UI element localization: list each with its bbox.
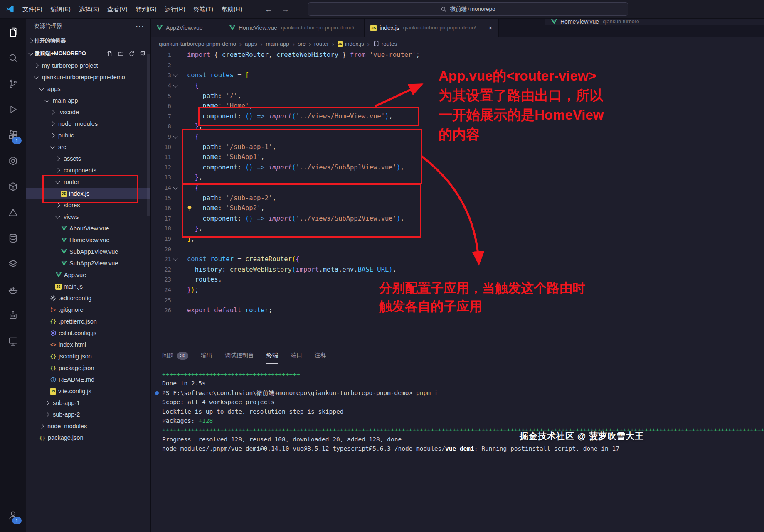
- extension-cube-button[interactable]: [3, 176, 23, 197]
- tree-item-README.md[interactable]: README.md: [26, 374, 150, 385]
- remote-explorer-button[interactable]: [3, 331, 23, 351]
- panel-tab-debug-console[interactable]: 调试控制台: [225, 347, 254, 364]
- menu-selection[interactable]: 选择(S): [75, 4, 103, 15]
- fold-chevron-icon[interactable]: [171, 74, 180, 76]
- database-button[interactable]: [3, 228, 23, 248]
- code-line-12: 12 component: () => import('../views/Sub…: [150, 162, 764, 173]
- menu-run[interactable]: 运行(R): [161, 4, 189, 15]
- new-folder-icon[interactable]: [118, 51, 124, 57]
- breadcrumb-item-apps[interactable]: apps: [245, 41, 257, 47]
- tree-item-main.js[interactable]: JSmain.js: [26, 281, 150, 292]
- tree-item-jsconfig.json[interactable]: {}jsconfig.json: [26, 351, 150, 362]
- tab-indexjs[interactable]: JSindex.jsqiankun-turborepo-pnpm-demo\..…: [365, 18, 499, 37]
- breadcrumb-item-router[interactable]: router: [314, 41, 329, 47]
- docker-button[interactable]: [3, 279, 23, 300]
- menu-go[interactable]: 转到(G): [132, 4, 160, 15]
- tree-item-node-modules[interactable]: node_modules: [26, 118, 150, 130]
- menu-view[interactable]: 查看(V): [104, 4, 131, 15]
- accounts-badge: 1: [12, 517, 22, 524]
- fold-chevron-icon[interactable]: [171, 85, 180, 87]
- run-debug-button[interactable]: [3, 99, 23, 120]
- tree-item-stores[interactable]: stores: [26, 199, 150, 211]
- terminal-output[interactable]: ++++++++++++++++++++++++++++++++++++++Do…: [150, 363, 764, 532]
- forward-button[interactable]: →: [281, 5, 289, 14]
- tree-item-sub-app-2[interactable]: sub-app-2: [26, 409, 150, 420]
- search-button[interactable]: [3, 47, 23, 68]
- panel-tab-problems[interactable]: 问题30: [162, 347, 188, 364]
- explorer-button[interactable]: [3, 22, 23, 42]
- code-line-18: 18 },: [150, 223, 764, 234]
- panel-tab-ports[interactable]: 端口: [291, 347, 302, 364]
- menu-help[interactable]: 帮助(H): [218, 4, 246, 15]
- code-text: component: () => import('../views/SubApp…: [180, 164, 404, 171]
- workspace-root[interactable]: 微前端+MONOREPO: [26, 47, 150, 60]
- breadcrumb-item-main-app[interactable]: main-app: [266, 41, 289, 47]
- open-editors-section[interactable]: 打开的编辑器: [26, 34, 150, 47]
- tree-item-qiankun-turborepo-pnpm-demo[interactable]: qiankun-turborepo-pnpm-demo: [26, 71, 150, 83]
- tree-item-public[interactable]: public: [26, 130, 150, 141]
- breadcrumb-item-src[interactable]: src: [298, 41, 306, 47]
- refresh-icon[interactable]: [128, 51, 135, 57]
- tree-item-.prettierrc.json[interactable]: {}.prettierrc.json: [26, 316, 150, 327]
- tree-item-router[interactable]: router: [26, 176, 150, 188]
- chevron-right-icon: [39, 424, 44, 428]
- breadcrumb-item-index.js[interactable]: JSindex.js: [338, 41, 364, 47]
- source-control-button[interactable]: [3, 73, 23, 94]
- new-file-icon[interactable]: [107, 51, 113, 57]
- tree-item-index.html[interactable]: <>index.html: [26, 339, 150, 351]
- tree-item-SubApp2View.vue[interactable]: SubApp2View.vue: [26, 257, 150, 269]
- tree-item-HomeView.vue[interactable]: HomeView.vue: [26, 234, 150, 246]
- tree-item-node-modules[interactable]: node_modules: [26, 420, 150, 432]
- sidebar-scrollbar[interactable]: [147, 54, 150, 216]
- tree-item-vite.config.js[interactable]: JSvite.config.js: [26, 385, 150, 397]
- collapse-all-icon[interactable]: [139, 51, 145, 57]
- extension-triangle-button[interactable]: [3, 202, 23, 223]
- panel-tab-output[interactable]: 输出: [201, 347, 212, 364]
- tab-homeview[interactable]: HomeView.vueqiankun-turborepo-pnpm-demo\…: [223, 18, 365, 37]
- extensions-button[interactable]: 1: [3, 125, 23, 145]
- fold-chevron-icon[interactable]: [171, 187, 180, 189]
- tab-subapp2view[interactable]: App2View.vue: [150, 18, 223, 37]
- tree-item-.gitignore[interactable]: .gitignore: [26, 304, 150, 316]
- tree-item-src[interactable]: src: [26, 141, 150, 153]
- tree-item-AboutView.vue[interactable]: AboutView.vue: [26, 223, 150, 234]
- tree-item-sub-app-1[interactable]: sub-app-1: [26, 397, 150, 409]
- layers-button[interactable]: [3, 253, 23, 274]
- chatgpt-button[interactable]: [3, 150, 23, 171]
- tree-item-package.json[interactable]: {}package.json: [26, 432, 150, 444]
- panel-tab-comments[interactable]: 注释: [315, 347, 326, 364]
- tree-item-eslint.config.js[interactable]: eslint.config.js: [26, 327, 150, 339]
- workspace-actions: [107, 51, 150, 57]
- line-number: 4: [150, 82, 171, 89]
- tree-item-assets[interactable]: assets: [26, 153, 150, 164]
- menu-edit[interactable]: 编辑(E): [47, 4, 74, 15]
- fold-chevron-icon[interactable]: [171, 258, 180, 260]
- tree-item-package.json[interactable]: {}package.json: [26, 362, 150, 374]
- panel-tab-terminal[interactable]: 终端: [266, 347, 278, 364]
- close-icon[interactable]: ×: [488, 25, 493, 32]
- ai-assistant-button[interactable]: [3, 305, 23, 326]
- tree-item-apps[interactable]: apps: [26, 83, 150, 95]
- tree-item-.vscode[interactable]: .vscode: [26, 106, 150, 118]
- tab-label: HomeView.vue: [560, 18, 599, 25]
- command-center-search[interactable]: 微前端+monorepo: [308, 2, 628, 16]
- back-button[interactable]: ←: [265, 5, 272, 14]
- menu-terminal[interactable]: 终端(T): [190, 4, 217, 15]
- tree-item-main-app[interactable]: main-app: [26, 95, 150, 106]
- breadcrumb-item-qiankun-turborepo-pnpm-demo[interactable]: qiankun-turborepo-pnpm-demo: [159, 41, 236, 47]
- lightbulb-icon[interactable]: [186, 205, 193, 211]
- tree-item-SubApp1View.vue[interactable]: SubApp1View.vue: [26, 246, 150, 257]
- tab-homeview-right[interactable]: HomeView.vueqiankun-turbore: [545, 18, 764, 25]
- tree-item-views[interactable]: views: [26, 211, 150, 223]
- tree-item-components[interactable]: components: [26, 164, 150, 176]
- tree-item-App.vue[interactable]: App.vue: [26, 269, 150, 281]
- tree-item-.editorconfig[interactable]: .editorconfig: [26, 292, 150, 304]
- menu-file[interactable]: 文件(F): [19, 4, 46, 15]
- breadcrumb-item-routes[interactable]: routes: [373, 40, 397, 47]
- tree-item-index.js[interactable]: JSindex.js: [26, 188, 150, 199]
- code-editor[interactable]: 1import { createRouter, createWebHistory…: [150, 50, 764, 347]
- tree-item-my-turborepo-project[interactable]: my-turborepo-project: [26, 60, 150, 71]
- fold-chevron-icon[interactable]: [171, 136, 180, 138]
- accounts-button[interactable]: 1: [3, 505, 23, 525]
- more-actions-icon[interactable]: ···: [136, 23, 145, 30]
